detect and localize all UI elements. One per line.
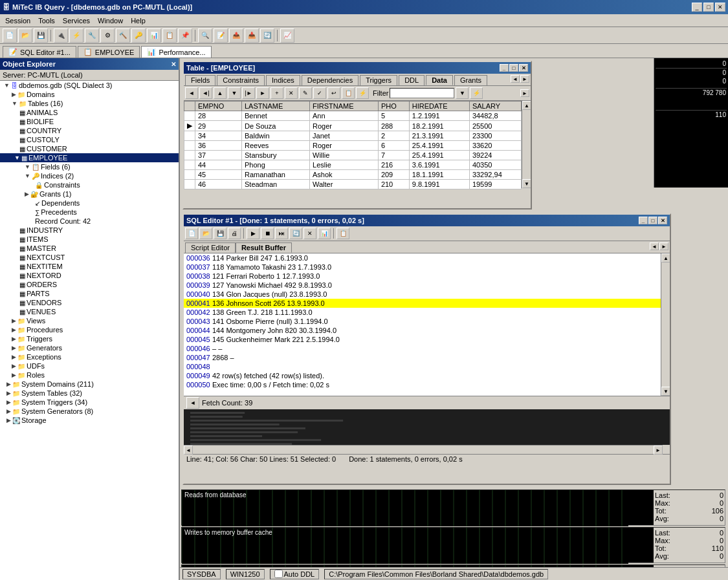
tree-system-generators[interactable]: ▶ 📁 System Generators (8) — [0, 407, 179, 416]
col-pho[interactable]: PHO — [378, 102, 409, 111]
toolbar-btn8[interactable]: 📋 — [162, 28, 177, 43]
cell-firstname[interactable]: Willie — [310, 151, 379, 160]
tab-performance[interactable]: 📊 Performance... — [141, 46, 211, 58]
cell-pho[interactable]: 5 — [378, 111, 409, 121]
tbl-btn6[interactable]: ► — [256, 87, 269, 99]
col-salary[interactable]: SALARY — [469, 102, 521, 111]
cell-lastname[interactable]: Stansbury — [241, 151, 309, 160]
tree-constraints[interactable]: 🔒 Constraints — [0, 180, 179, 189]
col-hiredate[interactable]: HIREDATE — [409, 102, 469, 111]
tree-generators[interactable]: ▶ 📁 Generators — [0, 343, 179, 352]
result-list-item[interactable]: 0000472868 – — [184, 353, 661, 362]
cell-salary[interactable]: 40350 — [469, 160, 521, 170]
tree-system-tables[interactable]: ▶ 📁 System Tables (32) — [0, 389, 179, 398]
tab-dependencies[interactable]: Dependencies — [302, 75, 358, 85]
sql-save[interactable]: 💾 — [214, 228, 226, 239]
cell-empno[interactable]: 37 — [195, 151, 242, 160]
cell-pho[interactable]: 209 — [378, 170, 409, 180]
toolbar-btn6[interactable]: 🔑 — [131, 28, 146, 43]
result-list-item[interactable]: 000037118 Yamamoto Takashi 23 1.7.1993.0 — [184, 263, 661, 272]
status-auto-ddl[interactable]: Auto DDL — [270, 569, 320, 579]
cell-lastname[interactable]: Steadman — [241, 180, 309, 189]
result-list-item[interactable]: 000044144 Montgomery John 820 30.3.1994.… — [184, 326, 661, 335]
toolbar-btn7[interactable]: 📊 — [147, 28, 161, 43]
object-explorer-close[interactable]: ✕ — [171, 61, 176, 68]
result-list-item[interactable]: 000043141 Osborne Pierre (null) 3.1.1994… — [184, 317, 661, 326]
tbl-btn11[interactable]: ↩ — [327, 87, 340, 99]
sql-stop[interactable]: ⏹ — [261, 228, 274, 239]
toolbar-btn13[interactable]: 📥 — [245, 28, 259, 43]
cell-hiredate[interactable]: 25.4.1991 — [409, 141, 469, 151]
cell-empno[interactable]: 34 — [195, 131, 242, 141]
tbl-btn10[interactable]: ✓ — [313, 87, 326, 99]
tree-fields[interactable]: ▼ 📋 Fields (6) — [0, 162, 179, 171]
menu-services[interactable]: Services — [59, 16, 94, 26]
maximize-button[interactable]: □ — [703, 3, 714, 12]
table-win-close[interactable]: ✕ — [519, 64, 528, 72]
toolbar-save[interactable]: 💾 — [34, 28, 48, 43]
col-empno[interactable]: EMPNO — [195, 102, 242, 111]
result-list-item[interactable]: 000041136 Johnson Scott 265 13.9.1993.0 — [184, 299, 661, 308]
close-button[interactable]: ✕ — [715, 3, 725, 12]
toolbar-connect[interactable]: 🔌 — [54, 28, 68, 43]
auto-ddl-checkbox[interactable] — [274, 570, 283, 578]
cell-lastname[interactable]: Phong — [241, 160, 309, 170]
tree-tables[interactable]: ▼ 📁 Tables (16) — [0, 99, 179, 108]
cell-firstname[interactable]: Janet — [310, 131, 379, 141]
tree-domains[interactable]: ▶ 📁 Domains — [0, 90, 179, 99]
data-table-scroll[interactable]: EMPNO LASTNAME FIRSTNAME PHO HIREDATE SA… — [184, 101, 522, 189]
tab-grants[interactable]: Grants — [454, 75, 487, 85]
toolbar-btn4[interactable]: ⚙ — [100, 28, 115, 43]
cell-firstname[interactable]: Ashok — [310, 170, 379, 180]
toolbar-new[interactable]: 📄 — [3, 28, 17, 43]
cell-empno[interactable]: 46 — [195, 180, 242, 189]
tree-udfs[interactable]: ▶ 📁 UDFs — [0, 361, 179, 371]
cell-salary[interactable]: 23300 — [469, 131, 521, 141]
cell-hiredate[interactable]: 1.2.1991 — [409, 111, 469, 121]
cell-salary[interactable]: 19599 — [469, 180, 521, 189]
tbl-btn15[interactable]: ⚡ — [470, 87, 483, 99]
result-buffer[interactable]: 000036114 Parker Bill 247 1.6.1993.00000… — [184, 253, 661, 396]
nav-next[interactable]: ► — [520, 75, 529, 83]
tree-storage[interactable]: ▶ 💽 Storage — [0, 416, 179, 425]
menu-window[interactable]: Window — [94, 16, 127, 26]
sql-step[interactable]: ⏭ — [275, 228, 288, 239]
menu-session[interactable]: Session — [1, 16, 34, 26]
scroll-down[interactable]: ▼ — [522, 179, 531, 188]
col-lastname[interactable]: LASTNAME — [241, 102, 309, 111]
tree-views[interactable]: ▶ 📁 Views — [0, 316, 179, 325]
tree-procedures[interactable]: ▶ 📁 Procedures — [0, 325, 179, 334]
table-win-minimize[interactable]: _ — [500, 64, 509, 72]
toolbar-btn14[interactable]: 🔄 — [260, 28, 274, 43]
toolbar-btn9[interactable]: 📌 — [178, 28, 192, 43]
cell-pho[interactable]: 288 — [378, 121, 409, 131]
cell-hiredate[interactable]: 18.1.1991 — [409, 170, 469, 180]
result-list-item[interactable]: 000046– – — [184, 344, 661, 353]
tree-custoly[interactable]: ▦ CUSTOLY — [0, 135, 179, 144]
cell-lastname[interactable]: De Souza — [241, 121, 309, 131]
tree-nextitem[interactable]: ▦ NEXTITEM — [0, 262, 179, 271]
cell-lastname[interactable]: Ramanathan — [241, 170, 309, 180]
cell-empno[interactable]: 28 — [195, 111, 242, 121]
tree-industry[interactable]: ▦ INDUSTRY — [0, 226, 179, 235]
cell-lastname[interactable]: Bennet — [241, 111, 309, 121]
tree-parts[interactable]: ▦ PARTS — [0, 289, 179, 298]
sql-win-minimize[interactable]: _ — [639, 217, 648, 224]
tree-vendors[interactable]: ▦ VENDORS — [0, 298, 179, 307]
cell-pho[interactable]: 210 — [378, 180, 409, 189]
scroll-up[interactable]: ▲ — [522, 101, 531, 110]
cell-empno[interactable]: 44 — [195, 160, 242, 170]
cell-hiredate[interactable]: 21.3.1991 — [409, 131, 469, 141]
result-scroll-up[interactable]: ▲ — [661, 253, 670, 263]
result-list-item[interactable]: 000038121 Ferrari Roberto 1 12.7.1993.0 — [184, 272, 661, 281]
tree-venues[interactable]: ▦ VENUES — [0, 307, 179, 316]
tree-roles[interactable]: ▶ 📁 Roles — [0, 371, 179, 380]
sql-execute[interactable]: ▶ — [247, 228, 259, 239]
cell-pho[interactable]: 2 — [378, 131, 409, 141]
tree-animals[interactable]: ▦ ANIMALS — [0, 108, 179, 117]
sql-plan[interactable]: 📋 — [336, 228, 349, 239]
tree-orders[interactable]: ▦ ORDERS — [0, 280, 179, 289]
toolbar-btn12[interactable]: 📤 — [229, 28, 243, 43]
tbl-btn13[interactable]: ⚡ — [356, 87, 369, 99]
toolbar-open[interactable]: 📂 — [18, 28, 32, 43]
